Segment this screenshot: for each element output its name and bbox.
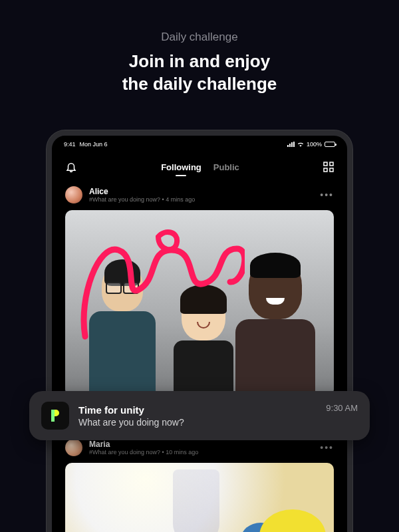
wifi-icon bbox=[297, 142, 304, 147]
tablet-frame: 9:41 Mon Jun 6 100% Following Public Ali… bbox=[47, 130, 352, 532]
battery-icon bbox=[325, 142, 335, 147]
post-image[interactable] bbox=[65, 463, 334, 532]
tab-public[interactable]: Public bbox=[213, 162, 239, 172]
post-more-icon[interactable]: ••• bbox=[320, 190, 334, 200]
svg-rect-2 bbox=[324, 168, 327, 172]
app-header: Following Public bbox=[52, 149, 347, 182]
notification-body: What are you doing now? bbox=[78, 417, 317, 428]
post: Maria #What are you doing now? • 10 mins… bbox=[52, 435, 347, 532]
app-logo-icon bbox=[41, 402, 69, 430]
notifications-bell-icon[interactable] bbox=[65, 161, 77, 173]
post-more-icon[interactable]: ••• bbox=[320, 442, 334, 453]
status-time: 9:41 bbox=[64, 141, 76, 148]
promo-title-line2: the daily challenge bbox=[0, 73, 399, 96]
avatar[interactable] bbox=[65, 186, 82, 203]
post-username[interactable]: Alice bbox=[89, 187, 313, 196]
svg-rect-0 bbox=[324, 162, 327, 166]
post-subline: #What are you doing now? • 10 mins ago bbox=[89, 449, 313, 456]
post-username[interactable]: Maria bbox=[89, 440, 313, 449]
grid-view-icon[interactable] bbox=[323, 162, 334, 172]
notification-time: 9:30 AM bbox=[326, 403, 358, 413]
svg-rect-1 bbox=[330, 162, 333, 166]
avatar[interactable] bbox=[65, 439, 82, 456]
status-bar: 9:41 Mon Jun 6 100% bbox=[52, 136, 347, 149]
notification-title: Time for unity bbox=[78, 404, 317, 416]
cellular-signal-icon bbox=[287, 142, 295, 147]
status-date: Mon Jun 6 bbox=[80, 141, 108, 148]
push-notification[interactable]: Time for unity What are you doing now? 9… bbox=[29, 391, 370, 440]
tab-following[interactable]: Following bbox=[161, 162, 201, 172]
battery-percent: 100% bbox=[307, 141, 322, 148]
feed-tabs: Following Public bbox=[161, 162, 239, 172]
post-image[interactable] bbox=[65, 210, 334, 396]
promo-subtitle: Daily challenge bbox=[0, 0, 399, 44]
svg-rect-3 bbox=[330, 168, 333, 172]
post-subline: #What are you doing now? • 4 mins ago bbox=[89, 196, 313, 203]
promo-title-line1: Join in and enjoy bbox=[0, 51, 399, 73]
post: Alice #What are you doing now? • 4 mins … bbox=[52, 182, 347, 396]
post-header: Alice #What are you doing now? • 4 mins … bbox=[65, 182, 334, 210]
promo-title: Join in and enjoy the daily challenge bbox=[0, 44, 399, 96]
